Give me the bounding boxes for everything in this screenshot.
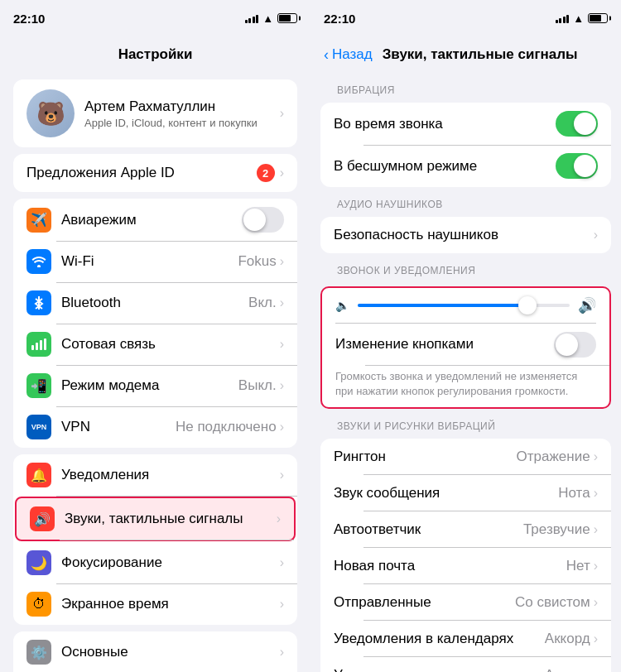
volume-slider[interactable] xyxy=(358,304,570,307)
settings-item-notifications[interactable]: 🔔 Уведомления › xyxy=(13,454,297,496)
sounds-reminders-value: Аккорд xyxy=(545,667,590,672)
headphones-safety-label: Безопасность наушников xyxy=(334,227,594,243)
left-content: 🐻 Артем Рахматуллин Apple ID, iCloud, ко… xyxy=(0,73,310,672)
sounds-calendar-label: Уведомления в календарях xyxy=(334,631,545,647)
sounds-newmail-label: Новая почта xyxy=(334,558,566,574)
svg-rect-5 xyxy=(44,338,46,350)
settings-item-sounds[interactable]: 🔊 Звуки, тактильные сигналы › xyxy=(15,497,296,541)
vibration-ring-item[interactable]: Во время звонка xyxy=(320,103,611,145)
notifications-group: 🔔 Уведомления › 🔊 Звуки, тактильные сигн… xyxy=(13,454,297,625)
sounds-newmail-chevron-icon: › xyxy=(594,559,598,574)
sounds-message-item[interactable]: Звук сообщения Нота › xyxy=(320,475,611,511)
headphones-safety-chevron-icon: › xyxy=(594,228,598,242)
vibration-silent-label: В бесшумном режиме xyxy=(334,158,556,175)
left-nav-title: Настройки xyxy=(118,46,193,63)
wifi-label: Wi-Fi xyxy=(61,253,238,270)
settings-item-focus[interactable]: 🌙 Фокусирование › xyxy=(13,542,297,583)
back-button[interactable]: ‹ Назад xyxy=(324,46,373,63)
left-panel: 22:10 ▲ Настройки 🐻 Артем Рахматуллин Ap… xyxy=(0,0,310,672)
bluetooth-chevron-icon: › xyxy=(280,295,284,310)
sounds-sent-value: Со свистом xyxy=(515,594,590,611)
sounds-newmail-item[interactable]: Новая почта Нет › xyxy=(320,548,611,584)
settings-item-bluetooth[interactable]: Bluetooth Вкл. › xyxy=(13,282,297,324)
wifi-settings-icon xyxy=(26,249,51,274)
wifi-chevron-icon: › xyxy=(280,254,284,269)
settings-item-vpn[interactable]: VPN VPN Не подключено › xyxy=(13,406,297,448)
suggestion-right: 2 › xyxy=(257,164,284,182)
sounds-icon: 🔊 xyxy=(30,506,55,531)
notifications-label: Уведомления xyxy=(61,467,280,483)
ringtone-note: Громкость звонка и уведомлений не изменя… xyxy=(322,366,609,407)
sounds-reminders-label: Уведомления xyxy=(334,667,545,672)
settings-item-wifi[interactable]: Wi-Fi Fokus › xyxy=(13,241,297,282)
cellular-chevron-icon: › xyxy=(280,337,284,352)
left-nav-header: Настройки xyxy=(0,36,310,73)
vibration-silent-toggle[interactable] xyxy=(556,153,598,179)
sounds-calendar-item[interactable]: Уведомления в календарях Аккорд › xyxy=(320,621,611,657)
profile-name: Артем Рахматуллин xyxy=(84,98,270,115)
sounds-voicemail-label: Автоответчик xyxy=(334,521,523,538)
signal-bars-icon xyxy=(245,13,259,23)
screentime-chevron-icon: › xyxy=(280,597,284,612)
change-buttons-toggle[interactable] xyxy=(554,332,596,358)
airplane-toggle[interactable] xyxy=(242,207,284,233)
notifications-icon: 🔔 xyxy=(26,463,51,487)
vibration-ring-label: Во время звонка xyxy=(334,116,556,132)
left-status-icons: ▲ xyxy=(245,12,297,25)
sounds-newmail-value: Нет xyxy=(566,558,590,574)
vibration-silent-item[interactable]: В бесшумном режиме xyxy=(320,145,611,187)
change-buttons-item[interactable]: Изменение кнопками xyxy=(322,324,609,366)
sounds-sent-chevron-icon: › xyxy=(594,595,598,610)
hotspot-icon: 📲 xyxy=(26,373,51,398)
vibration-ring-toggle[interactable] xyxy=(556,111,598,137)
sounds-calendar-value: Аккорд xyxy=(545,631,590,647)
volume-low-icon: 🔈 xyxy=(335,299,349,312)
right-nav-header: ‹ Назад Звуки, тактильные сигналы xyxy=(310,36,621,73)
profile-chevron-icon: › xyxy=(280,106,284,121)
vpn-value: Не подключено xyxy=(176,419,277,435)
bluetooth-icon xyxy=(26,290,51,315)
cellular-label: Сотовая связь xyxy=(61,336,280,353)
bluetooth-label: Bluetooth xyxy=(61,295,248,311)
settings-item-screentime[interactable]: ⏱ Экранное время › xyxy=(13,583,297,625)
right-panel: 22:10 ▲ ‹ Назад Звуки, тактильные сигнал… xyxy=(310,0,621,672)
change-buttons-label: Изменение кнопками xyxy=(335,336,554,353)
focus-chevron-icon: › xyxy=(280,555,284,570)
vibration-group: Во время звонка В бесшумном режиме xyxy=(320,103,611,187)
hotspot-chevron-icon: › xyxy=(280,378,284,393)
settings-item-airplane[interactable]: ✈️ Авиарежим xyxy=(13,199,297,241)
headphones-safety-item[interactable]: Безопасность наушников › xyxy=(320,217,611,253)
screentime-icon: ⏱ xyxy=(26,592,51,617)
sounds-voicemail-value: Трезвучие xyxy=(523,521,590,538)
right-status-icons: ▲ xyxy=(556,12,608,25)
sounds-chevron-icon: › xyxy=(277,511,281,526)
right-battery-icon xyxy=(588,13,608,23)
settings-item-cellular[interactable]: Сотовая связь › xyxy=(13,324,297,365)
right-signal-bars-icon xyxy=(556,13,570,23)
sounds-ringtone-item[interactable]: Рингтон Отражение › xyxy=(320,439,611,475)
sounds-reminders-item[interactable]: Уведомления Аккорд › xyxy=(320,657,611,672)
sounds-message-chevron-icon: › xyxy=(594,486,598,501)
airplane-label: Авиарежим xyxy=(61,212,242,228)
general-label: Основные xyxy=(61,644,280,660)
right-status-time: 22:10 xyxy=(324,12,355,26)
bluetooth-value: Вкл. xyxy=(248,295,277,311)
vpn-chevron-icon: › xyxy=(280,420,284,434)
volume-row[interactable]: 🔈 🔊 xyxy=(322,288,609,323)
sounds-sent-item[interactable]: Отправленные Со свистом › xyxy=(320,584,611,621)
sounds-voicemail-chevron-icon: › xyxy=(594,522,598,537)
vpn-label: VPN xyxy=(61,419,176,435)
back-label: Назад xyxy=(332,46,373,63)
sounds-voicemail-item[interactable]: Автоответчик Трезвучие › xyxy=(320,511,611,548)
profile-subtitle: Apple ID, iCloud, контент и покупки xyxy=(84,117,270,129)
apple-suggestion[interactable]: Предложения Apple ID 2 › xyxy=(13,154,297,192)
avatar: 🐻 xyxy=(26,89,75,137)
battery-icon xyxy=(277,13,297,23)
back-arrow-icon: ‹ xyxy=(324,47,329,62)
profile-section[interactable]: 🐻 Артем Рахматуллин Apple ID, iCloud, ко… xyxy=(13,79,297,147)
svg-rect-2 xyxy=(31,345,34,350)
settings-item-general[interactable]: ⚙️ Основные › xyxy=(13,631,297,672)
settings-item-hotspot[interactable]: 📲 Режим модема Выкл. › xyxy=(13,365,297,406)
wifi-value: Fokus xyxy=(238,253,276,270)
sounds-calendar-chevron-icon: › xyxy=(594,631,598,646)
